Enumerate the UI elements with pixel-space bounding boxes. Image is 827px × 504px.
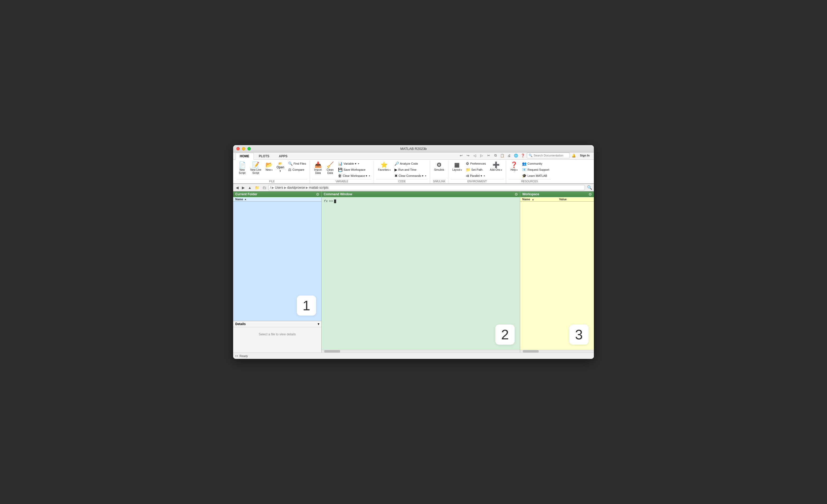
ribbon-group-file: 📄 NewScript 📝 New LiveScript 📂 New 📂 Ope… [234, 161, 310, 183]
copy-icon[interactable]: ⧉ [492, 153, 498, 158]
favorites-label: Favorites [378, 168, 390, 171]
new-button[interactable]: 📂 New [263, 161, 274, 173]
find-files-button[interactable]: 🔍 Find Files [287, 161, 308, 167]
file-group-items: 📄 NewScript 📝 New LiveScript 📂 New 📂 Ope… [236, 161, 308, 179]
path-sep-2: ▶ [284, 186, 287, 189]
signin-button[interactable]: Sign In [578, 153, 592, 158]
parallel-icon: ⇉ [466, 174, 469, 178]
nav-folder-icon[interactable]: 🗀 [261, 185, 267, 190]
compare-label: Compare [293, 168, 304, 171]
help-label: Help [510, 168, 518, 171]
path-users[interactable]: Users [275, 186, 283, 189]
tab-apps[interactable]: APPS [274, 153, 292, 159]
new-script-button[interactable]: 📄 NewScript [236, 161, 248, 176]
import-data-button[interactable]: 📥 ImportData [312, 161, 324, 176]
nav-browse-button[interactable]: 📁 [254, 185, 260, 190]
command-window-content[interactable]: fx >> 2 [322, 197, 520, 350]
simulink-icon: ⚙ [436, 162, 442, 168]
new-label: New [265, 168, 273, 171]
clear-commands-icon: ✖ [394, 174, 398, 178]
minimize-button[interactable] [242, 147, 245, 151]
workspace-scrollbar-thumb[interactable] [523, 350, 539, 352]
open-button-group: 📂 Open ▾ [275, 161, 286, 173]
open-icon: 📂 [278, 162, 282, 165]
community-icon: 👥 [522, 162, 527, 166]
paste-icon[interactable]: 📋 [499, 153, 505, 158]
resources-group-items: ❓ Help 👥 Community 📧 Request Support 🎓 L… [508, 161, 551, 179]
workspace-menu-btn[interactable]: ⊙ [589, 192, 592, 196]
community-label: Community [528, 162, 542, 165]
path-search-button[interactable]: 🔍 [587, 185, 592, 190]
set-path-button[interactable]: 📁 Set Path [464, 167, 487, 173]
path-user[interactable]: davidprowse [287, 186, 305, 189]
tab-plots[interactable]: PLOTS [254, 153, 274, 159]
clear-workspace-button[interactable]: 🗑 Clear Workspace ▾ [336, 173, 372, 179]
current-folder-header: Current Folder ⊙ [233, 191, 321, 197]
command-window-menu-btn[interactable]: ⊙ [515, 192, 518, 196]
run-and-time-button[interactable]: ▶ Run and Time [393, 167, 428, 173]
path-sep-1: ▶ [272, 186, 274, 189]
redo-icon[interactable]: ↪ [465, 153, 471, 158]
nav-forward-button[interactable]: ▶ [241, 185, 246, 190]
nav-back-button[interactable]: ◀ [235, 185, 240, 190]
import-data-icon: 📥 [314, 162, 322, 168]
command-scrollbar[interactable] [322, 350, 520, 352]
community-button[interactable]: 👥 Community [521, 161, 551, 167]
help-button[interactable]: ❓ Help [508, 161, 520, 173]
open-button[interactable]: 📂 Open [275, 161, 286, 169]
maximize-button[interactable] [247, 147, 251, 151]
ribbon-group-resources: ❓ Help 👥 Community 📧 Request Support 🎓 L… [506, 161, 553, 183]
new-script-label: NewScript [239, 168, 246, 175]
details-collapse-btn[interactable]: ▾ [318, 322, 319, 326]
search-doc-icon: 🔍 [529, 154, 533, 157]
nav-forward-icon[interactable]: ▷ [479, 153, 485, 158]
print-icon[interactable]: 🖨 [506, 153, 512, 158]
learn-matlab-button[interactable]: 🎓 Learn MATLAB [521, 173, 551, 179]
nav-back-icon[interactable]: ◁ [472, 153, 478, 158]
close-button[interactable] [236, 147, 240, 151]
browser-icon[interactable]: 🌐 [513, 153, 519, 158]
save-workspace-button[interactable]: 💾 Save Workspace [336, 167, 372, 173]
compare-button[interactable]: ⚖ Compare [287, 167, 308, 173]
notification-icon[interactable]: 🔔 [571, 153, 577, 158]
save-workspace-label: Save Workspace [344, 168, 366, 171]
parallel-button[interactable]: ⇉ Parallel ▾ [464, 173, 487, 179]
open-dropdown-arrow[interactable]: ▾ [275, 169, 286, 173]
folder-sort-icon[interactable]: ▲ [244, 198, 247, 201]
find-files-icon: 🔍 [288, 162, 293, 166]
ribbon-group-variable: 📥 ImportData 🧹 CleanData 📊 Variable ▾ 💾 … [310, 161, 374, 183]
command-window-title: Command Window [324, 192, 352, 196]
details-panel: Details ▾ Select a file to view details [233, 321, 321, 352]
help-icon[interactable]: ❓ [520, 153, 526, 158]
path-bar: / ▶ Users ▶ davidprowse ▶ matlab scripts [268, 185, 585, 190]
path-folder[interactable]: matlab scripts [309, 186, 329, 189]
preferences-button[interactable]: ⚙ Preferences [464, 161, 487, 167]
environment-group-items: ▦ Layout ⚙ Preferences 📁 Set Path ⇉ Para… [450, 161, 504, 179]
clean-data-button[interactable]: 🧹 CleanData [324, 161, 336, 176]
search-doc-input[interactable] [534, 154, 568, 157]
add-ons-button[interactable]: ➕ Add-Ons [488, 161, 503, 173]
path-root[interactable]: / [270, 186, 271, 189]
workspace-scrollbar[interactable] [520, 350, 594, 352]
request-support-button[interactable]: 📧 Request Support [521, 167, 551, 173]
command-scrollbar-thumb[interactable] [324, 350, 340, 352]
clear-commands-button[interactable]: ✖ Clear Commands ▾ [393, 173, 428, 179]
simulink-button[interactable]: ⚙ Simulink [432, 161, 446, 173]
current-folder-menu-btn[interactable]: ⊙ [316, 192, 319, 196]
workspace-value-col: Value [557, 197, 594, 201]
ribbon-tabs: HOME PLOTS APPS ↩ ↪ ◁ ▷ ✂ ⧉ 📋 🖨 🌐 ❓ 🔍 🔔 … [233, 153, 594, 160]
layout-button[interactable]: ▦ Layout [450, 161, 464, 173]
variable-label: Variable ▾ [344, 162, 356, 165]
tab-home[interactable]: HOME [235, 153, 254, 160]
analyze-code-button[interactable]: 🔎 Analyze Code [393, 161, 428, 167]
undo-icon[interactable]: ↩ [458, 153, 464, 158]
cut-icon[interactable]: ✂ [486, 153, 491, 158]
variable-button[interactable]: 📊 Variable ▾ [336, 161, 372, 167]
workspace-sort[interactable]: ▲ [532, 198, 534, 201]
favorites-button[interactable]: ⭐ Favorites [376, 161, 392, 173]
new-live-script-button[interactable]: 📝 New LiveScript [248, 161, 263, 176]
nav-up-button[interactable]: ▲ [247, 185, 253, 190]
add-ons-label: Add-Ons [490, 168, 502, 171]
help-btn-icon: ❓ [510, 162, 518, 168]
run-and-time-icon: ▶ [394, 168, 397, 172]
